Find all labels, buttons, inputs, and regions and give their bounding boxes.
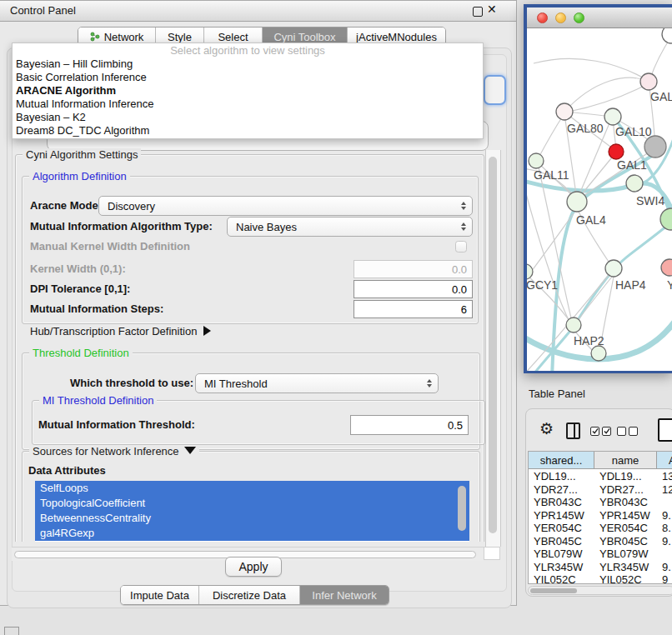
network-tab-icon (90, 32, 100, 42)
table-row[interactable]: YER054C YER054C 8. (529, 522, 672, 535)
collapsed-panel-icon[interactable] (4, 627, 19, 635)
mi-threshold-field[interactable]: 0.5 (350, 415, 469, 435)
network-node[interactable] (644, 136, 666, 158)
table-row[interactable]: YLR345W YLR345W 9. (529, 561, 672, 574)
list-item[interactable]: BetweennessCentrality (35, 511, 469, 526)
network-node[interactable] (640, 73, 657, 90)
cell: YIL052C (529, 573, 594, 584)
tab-infer-network[interactable]: Infer Network (299, 586, 389, 604)
dpi-tolerance-field[interactable]: 0.0 (354, 280, 473, 298)
cell: 8. (657, 522, 672, 535)
network-node[interactable] (662, 28, 672, 43)
network-canvas[interactable]: GAL GAL80 GAL10 GAL1 GAL11 SWI4 GAL4 GCY… (527, 28, 672, 371)
cell: YLR345W (529, 561, 594, 574)
network-node[interactable] (605, 260, 622, 277)
network-node[interactable] (661, 259, 672, 276)
mi-algorithm-type-label: Mutual Information Algorithm Type: (30, 217, 213, 237)
settings-vscroll-thumb[interactable] (489, 157, 497, 533)
cell: 9. (657, 561, 672, 574)
stepper-arrows-icon (427, 379, 432, 388)
node-label: GAL11 (534, 168, 569, 182)
apply-button[interactable]: Apply (225, 557, 282, 577)
unchecked-checkbox-icon[interactable] (629, 427, 638, 436)
network-node[interactable] (529, 153, 544, 168)
close-icon[interactable]: ✕ (487, 2, 497, 16)
mi-steps-field[interactable]: 6 (354, 300, 473, 318)
cell: YER054C (594, 522, 657, 535)
network-window-titlebar[interactable] (527, 8, 672, 28)
cyni-bottom-tabbar: Impute Data Discretize Data Infer Networ… (120, 585, 389, 605)
network-node[interactable] (604, 108, 621, 125)
screen: Control Panel ✕ Network Style (0, 0, 672, 635)
control-panel-window: Control Panel ✕ Network Style (0, 0, 517, 606)
list-scrollbar-thumb[interactable] (458, 486, 466, 531)
column-header-partial[interactable]: A (657, 452, 672, 469)
algorithm-dropdown: Select algorithm to view settings Bayesi… (12, 42, 484, 139)
network-node[interactable] (591, 346, 606, 361)
table-row[interactable]: YDL19... YDL19... 13 (529, 470, 672, 483)
dropdown-item[interactable]: Bayesian – Hill Climbing (13, 58, 483, 71)
network-node[interactable] (567, 192, 587, 212)
column-header-shared-name[interactable]: shared... (529, 452, 594, 469)
table-horizontal-scrollbar[interactable] (528, 586, 672, 595)
dropdown-item[interactable]: Mutual Information Inference (13, 98, 483, 111)
table-row[interactable]: YDR27... YDR27... 12 (529, 483, 672, 497)
column-header-name[interactable]: name (594, 452, 657, 469)
stepper-arrows-icon (461, 222, 466, 231)
network-node[interactable] (626, 175, 643, 192)
dropdown-item[interactable]: ARACNE Algorithm (13, 84, 483, 98)
settings-vertical-scrollbar[interactable] (485, 150, 501, 547)
network-node[interactable] (556, 103, 573, 120)
cyni-algorithm-settings-title: Cyni Algorithm Settings (23, 148, 141, 161)
algorithm-dropdown-placeholder: Select algorithm to view settings (13, 43, 483, 58)
cell: YER054C (529, 522, 594, 535)
hub-expander[interactable]: Hub/Transcription Factor Definition (30, 323, 211, 340)
checked-checkbox-icon[interactable] (590, 427, 599, 436)
aracne-mode-combo[interactable]: Discovery (98, 196, 473, 216)
network-node[interactable] (660, 208, 672, 230)
manual-kernel-width-checkbox[interactable] (455, 241, 467, 252)
table-row[interactable]: YPR145W YPR145W 9. (529, 509, 672, 522)
table-row[interactable]: YBR045C YBR045C 9. (529, 535, 672, 548)
checked-checkbox-icon[interactable] (602, 427, 611, 436)
tab-discretize-data-label: Discretize Data (213, 589, 286, 602)
hub-expander-label: Hub/Transcription Factor Definition (30, 325, 197, 338)
kernel-width-field[interactable]: 0.0 (354, 260, 473, 278)
list-item[interactable]: gal4RGexp (35, 526, 469, 541)
mi-threshold-label: Mutual Information Threshold: (38, 415, 195, 435)
columns-icon[interactable] (566, 422, 580, 439)
close-traffic-light[interactable] (537, 12, 548, 23)
dropdown-item[interactable]: Basic Correlation Inference (13, 71, 483, 84)
network-node[interactable] (527, 264, 533, 279)
table-row[interactable]: YBL079W YBL079W (529, 548, 672, 561)
tab-jactivemnodules-label: jActiveMNodules (356, 31, 437, 43)
new-table-icon[interactable] (658, 418, 672, 442)
table-row[interactable]: YIL052C YIL052C 9 (529, 573, 672, 584)
aracne-mode-label: Aracne Mode: (30, 196, 102, 216)
cell: YBL079W (594, 548, 657, 561)
list-item[interactable]: TopologicalCoefficient (35, 496, 469, 511)
cell: YBR043C (529, 496, 594, 509)
node-label: Y (667, 278, 672, 292)
dropdown-item[interactable]: Bayesian – K2 (13, 111, 483, 124)
network-node[interactable] (566, 318, 581, 332)
network-node-selected[interactable] (609, 144, 624, 159)
table-hscroll-thumb[interactable] (530, 588, 577, 593)
table-row[interactable]: YBR043C YBR043C (529, 496, 672, 509)
tab-impute-data[interactable]: Impute Data (121, 586, 198, 604)
sources-group-title[interactable]: Sources for Network Inference (29, 445, 199, 458)
tab-discretize-data[interactable]: Discretize Data (198, 586, 299, 604)
zoom-traffic-light[interactable] (574, 12, 584, 23)
minimize-traffic-light[interactable] (555, 12, 566, 23)
which-threshold-combo[interactable]: MI Threshold (195, 373, 439, 393)
float-window-icon[interactable] (473, 7, 483, 17)
list-item[interactable]: SelfLoops (35, 481, 469, 496)
settings-scroll-viewport: Cyni Algorithm Settings Algorithm Defini… (10, 148, 485, 542)
kernel-width-label: Kernel Width (0,1): (30, 260, 126, 278)
table-panel: ⚙ shared... name A YDL19... YDL19... 13 … (525, 408, 672, 597)
unchecked-checkbox-icon[interactable] (617, 427, 626, 436)
threshold-definition-title: Threshold Definition (29, 347, 133, 359)
dropdown-item[interactable]: Dream8 DC_TDC Algorithm (13, 124, 483, 138)
mi-algorithm-type-combo[interactable]: Naive Bayes (227, 217, 473, 237)
gear-icon[interactable]: ⚙ (539, 421, 554, 437)
